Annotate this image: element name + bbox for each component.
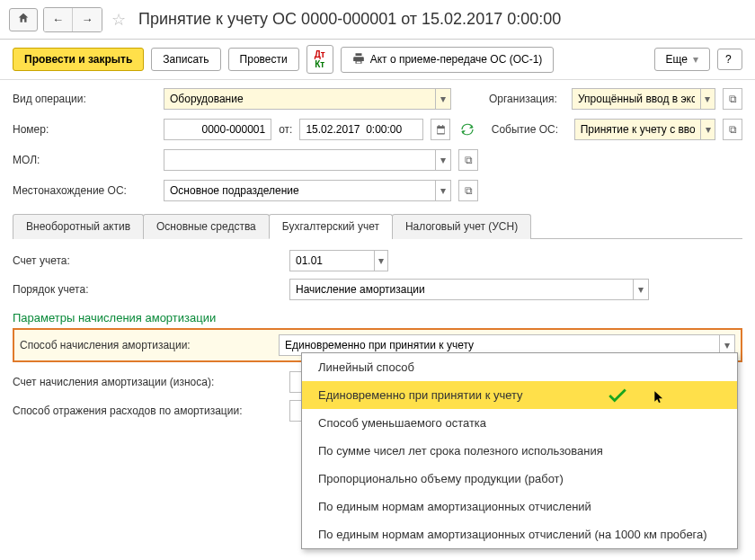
- order-input[interactable]: [290, 280, 633, 299]
- dd-option-uniform[interactable]: По единым нормам амортизационных отчисле…: [302, 493, 737, 520]
- back-button[interactable]: ←: [44, 8, 73, 31]
- from-label: от:: [279, 123, 292, 136]
- help-button[interactable]: ?: [717, 49, 742, 70]
- organization-open[interactable]: ⧉: [723, 88, 742, 110]
- favorite-star-icon[interactable]: ☆: [111, 10, 126, 30]
- event-label: Событие ОС:: [492, 123, 567, 136]
- location-dropdown[interactable]: ▾: [435, 181, 450, 200]
- dd-option-once[interactable]: Единовременно при принятии к учету: [302, 381, 737, 409]
- account-input[interactable]: [290, 251, 374, 271]
- dd-option-sum-years[interactable]: По сумме чисел лет срока полезного испол…: [302, 437, 737, 465]
- organization-input[interactable]: [573, 89, 700, 109]
- date-input[interactable]: [300, 120, 422, 139]
- post-and-close-button[interactable]: Провести и закрыть: [13, 48, 144, 71]
- mol-dropdown[interactable]: ▾: [435, 150, 450, 170]
- arrow-left-icon: ←: [52, 13, 64, 26]
- dd-option-uniform-1000km[interactable]: По единым нормам амортизационных отчисле…: [302, 520, 737, 548]
- operation-type-dropdown[interactable]: ▾: [435, 89, 450, 109]
- account-dropdown[interactable]: ▾: [374, 251, 387, 271]
- method-dropdown-panel: Линейный способ Единовременно при принят…: [301, 352, 738, 549]
- event-input[interactable]: [575, 120, 701, 139]
- dd-option-declining[interactable]: Способ уменьшаемого остатка: [302, 409, 737, 437]
- event-open[interactable]: ⧉: [723, 119, 742, 140]
- location-label: Местонахождение ОС:: [13, 184, 156, 197]
- mol-input[interactable]: [164, 150, 435, 170]
- forward-button[interactable]: →: [73, 8, 102, 31]
- tab-tax-accounting[interactable]: Налоговый учет (УСН): [392, 214, 531, 239]
- dd-option-linear[interactable]: Линейный способ: [302, 353, 737, 381]
- dd-option-once-label: Единовременно при принятии к учету: [318, 388, 523, 402]
- dd-option-proportional[interactable]: Пропорционально объему продукции (работ): [302, 465, 737, 493]
- number-input[interactable]: [164, 120, 271, 139]
- print-act-label: Акт о приеме-передаче ОС (ОС-1): [370, 53, 543, 66]
- home-icon: [17, 12, 30, 27]
- print-act-button[interactable]: Акт о приеме-передаче ОС (ОС-1): [341, 47, 555, 73]
- location-input[interactable]: [164, 181, 435, 200]
- location-open[interactable]: ⧉: [458, 180, 478, 201]
- dk-icon: ДтКт: [315, 49, 325, 69]
- order-dropdown[interactable]: ▾: [633, 280, 648, 299]
- organization-label: Организация:: [489, 93, 564, 105]
- depr-account-label: Счет начисления амортизации (износа):: [13, 376, 282, 388]
- tab-non-current-asset[interactable]: Внеоборотный актив: [13, 214, 144, 239]
- mol-open[interactable]: ⧉: [458, 149, 478, 171]
- save-button[interactable]: Записать: [151, 48, 220, 71]
- checkmark-icon: [606, 383, 629, 412]
- method-label: Способ начисления амортизации:: [20, 339, 271, 351]
- calendar-button[interactable]: [431, 119, 450, 140]
- dk-button[interactable]: ДтКт: [306, 45, 333, 74]
- order-label: Порядок учета:: [13, 283, 282, 296]
- more-label: Еще: [666, 53, 688, 66]
- home-button[interactable]: [9, 8, 38, 31]
- page-title: Принятие к учету ОС 0000-000001 от 15.02…: [138, 10, 561, 29]
- operation-type-label: Вид операции:: [13, 93, 156, 105]
- expense-label: Способ отражения расходов по амортизации…: [13, 404, 282, 417]
- refresh-button[interactable]: [457, 119, 477, 140]
- mol-label: МОЛ:: [13, 154, 156, 166]
- account-label: Счет учета:: [13, 254, 282, 267]
- organization-dropdown[interactable]: ▾: [700, 89, 715, 109]
- event-dropdown[interactable]: ▾: [700, 120, 715, 139]
- cursor-icon: [653, 388, 665, 407]
- chevron-down-icon: ▾: [693, 53, 698, 66]
- more-button[interactable]: Еще ▾: [654, 48, 710, 71]
- tab-accounting[interactable]: Бухгалтерский учет: [269, 214, 393, 239]
- printer-icon: [352, 52, 365, 67]
- tab-fixed-assets[interactable]: Основные средства: [143, 214, 270, 239]
- section-amortization-params: Параметры начисления амортизации: [13, 311, 742, 324]
- post-button[interactable]: Провести: [228, 48, 299, 71]
- number-label: Номер:: [13, 123, 156, 136]
- arrow-right-icon: →: [82, 13, 93, 26]
- operation-type-input[interactable]: [164, 89, 435, 109]
